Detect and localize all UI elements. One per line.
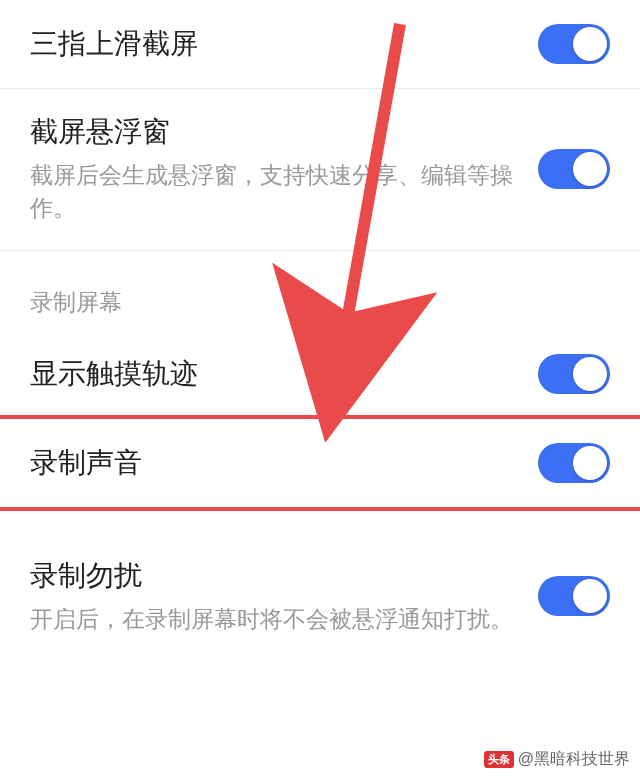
row-record-dnd[interactable]: 录制勿扰 开启后，在录制屏幕时将不会被悬浮通知打扰。 [0, 533, 640, 660]
toggle-show-touch[interactable] [538, 354, 610, 394]
row-record-audio[interactable]: 录制声音 [0, 419, 640, 507]
toggle-floating-window[interactable] [538, 149, 610, 189]
row-description: 截屏后会生成悬浮窗，支持快速分享、编辑等操作。 [30, 159, 518, 226]
toggle-record-audio[interactable] [538, 443, 610, 483]
toggle-three-finger[interactable] [538, 24, 610, 64]
annotation-highlight-box: 录制声音 [0, 415, 640, 511]
toggle-record-dnd[interactable] [538, 576, 610, 616]
row-description: 开启后，在录制屏幕时将不会被悬浮通知打扰。 [30, 603, 518, 636]
row-screenshot-floating-window[interactable]: 截屏悬浮窗 截屏后会生成悬浮窗，支持快速分享、编辑等操作。 [0, 89, 640, 251]
section-header-screen-recording: 录制屏幕 [0, 251, 640, 330]
row-title: 显示触摸轨迹 [30, 355, 518, 393]
settings-list: 三指上滑截屏 截屏悬浮窗 截屏后会生成悬浮窗，支持快速分享、编辑等操作。 录制屏… [0, 0, 640, 660]
row-title: 截屏悬浮窗 [30, 113, 518, 151]
row-title: 录制勿扰 [30, 557, 518, 595]
watermark: 头条 @黑暗科技世界 [484, 749, 630, 770]
row-title: 录制声音 [30, 444, 518, 482]
watermark-badge: 头条 [484, 751, 514, 768]
row-show-touch-trace[interactable]: 显示触摸轨迹 [0, 330, 640, 419]
watermark-text: @黑暗科技世界 [518, 749, 630, 770]
row-title: 三指上滑截屏 [30, 25, 518, 63]
row-three-finger-screenshot[interactable]: 三指上滑截屏 [0, 0, 640, 89]
